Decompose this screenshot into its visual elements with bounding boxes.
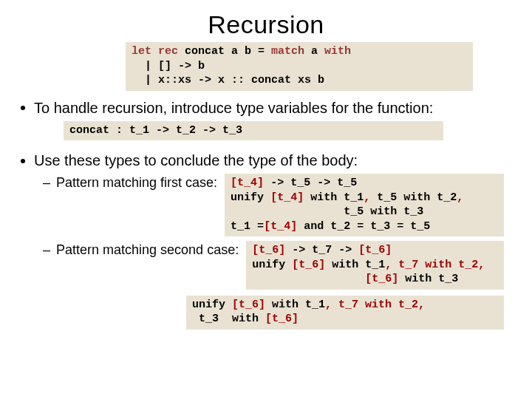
code-line: | [] -> b	[132, 60, 205, 72]
code-text: unify	[192, 299, 232, 311]
dash-icon: –	[43, 174, 56, 191]
sub-bullet-label: Pattern matching second case:	[56, 241, 246, 259]
code-text: with t_1	[325, 259, 385, 271]
keyword-let-rec: let rec	[132, 45, 185, 58]
code-red: [t_6]	[232, 299, 265, 311]
code-text: with t_1	[265, 299, 325, 311]
bullet-text: To handle recursion, introduce type vari…	[34, 100, 433, 116]
code-red: [t_6]	[252, 244, 285, 256]
code-line: concat : t_1 -> t_2 -> t_3	[69, 124, 242, 137]
sub-bullet-1: – Pattern matching first case: [t_4] -> …	[43, 174, 511, 236]
code-block-definition: let rec concat a b = match a with | [] -…	[126, 42, 473, 91]
code-red: [t_4]	[231, 177, 264, 189]
code-red: [t_6]	[265, 313, 299, 325]
code-block-unify-final: unify [t_6] with t_1, t_7 with t_2, t_3 …	[186, 296, 504, 330]
code-text: t_5 with t_2	[370, 191, 457, 204]
code-red: , t_7 with t_2	[385, 259, 478, 271]
code-red: ,	[457, 191, 463, 204]
code-block-case-1: [t_4] -> t_5 -> t_5 unify [t_4] with t_1…	[225, 174, 504, 236]
bullet-1: To handle recursion, introduce type vari…	[0, 95, 532, 118]
code-text: unify	[231, 191, 270, 204]
code-text: and t_2 = t_3 = t_5	[297, 220, 430, 233]
code-text: a	[311, 45, 324, 58]
code-text: with t_3	[398, 273, 458, 285]
code-red: ,	[418, 299, 425, 311]
slide-title: Recursion	[0, 0, 532, 41]
code-red: [t_6]	[365, 273, 398, 285]
sub-bullet-2: – Pattern matching second case: [t_6] ->…	[43, 241, 511, 290]
code-line: | x::xs -> x :: concat xs b	[132, 74, 324, 86]
code-red: [t_4]	[270, 191, 304, 204]
code-text: with t_1	[304, 191, 364, 204]
bullet-2: Use these types to conclude the type of …	[0, 148, 532, 171]
bullet-dot-icon	[21, 106, 25, 110]
code-red: [t_6]	[292, 259, 325, 271]
code-red: ,	[364, 191, 370, 204]
keyword-match: match	[271, 45, 311, 58]
code-block-case-2: [t_6] -> t_7 -> [t_6] unify [t_6] with t…	[246, 241, 504, 290]
code-text: t_3 with	[192, 313, 265, 325]
code-text: -> t_5 -> t_5	[264, 177, 357, 189]
code-text: -> t_7 ->	[285, 244, 358, 256]
code-text: unify	[252, 259, 292, 271]
code-red: ,	[478, 259, 485, 271]
code-red: , t_7 with t_2	[325, 299, 418, 311]
code-text: t_5 with t_3	[231, 205, 423, 218]
code-red: [t_6]	[358, 244, 392, 256]
sub-bullet-label: Pattern matching first case:	[56, 174, 225, 191]
keyword-with: with	[324, 45, 351, 58]
bullet-text: Use these types to conclude the type of …	[34, 152, 358, 168]
code-red: [t_4]	[264, 220, 297, 233]
code-text	[252, 273, 365, 285]
code-text: t_1 =	[231, 220, 264, 233]
bullet-dot-icon	[21, 159, 25, 163]
code-block-signature: concat : t_1 -> t_2 -> t_3	[64, 121, 443, 141]
code-text: concat a b =	[185, 45, 271, 58]
dash-icon: –	[43, 241, 56, 259]
